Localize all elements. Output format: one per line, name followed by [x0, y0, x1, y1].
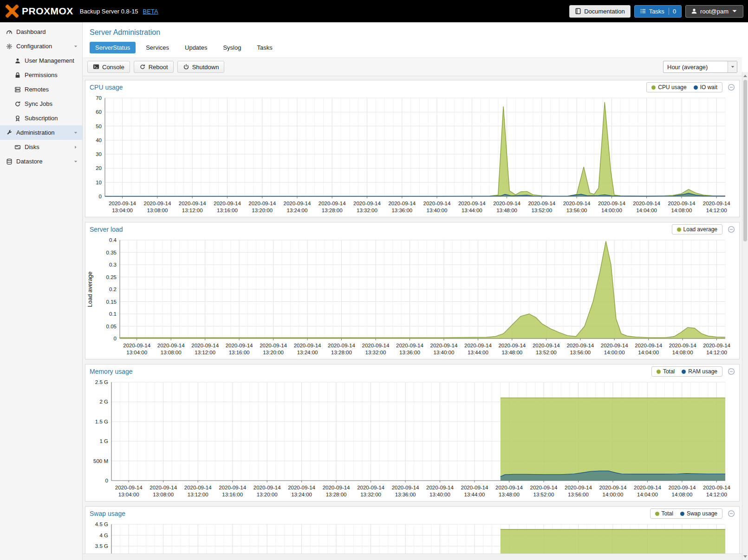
- sidebar-item-label: Disks: [25, 143, 39, 150]
- collapse-panel-icon[interactable]: [728, 368, 735, 375]
- sidebar-item-dashboard[interactable]: Dashboard: [0, 25, 82, 39]
- y-tick-label: 0: [105, 478, 108, 483]
- y-tick-label: 0: [114, 336, 117, 341]
- x-tick-time: 13:32:00: [360, 492, 381, 497]
- chevron-down-icon[interactable]: [73, 44, 78, 49]
- x-tick-time: 13:24:00: [291, 492, 312, 497]
- chevron-right-icon[interactable]: [73, 145, 78, 150]
- sidebar-item-remotes[interactable]: Remotes: [0, 82, 82, 97]
- scroll-down-arrow[interactable]: [742, 553, 748, 560]
- top-header: PROXMOX Backup Server 0.8-15 BETA Docume…: [0, 0, 748, 22]
- x-tick-date: 2020-09-14: [323, 485, 350, 490]
- reboot-button[interactable]: Reboot: [134, 61, 174, 73]
- x-tick-date: 2020-09-14: [191, 343, 219, 348]
- collapse-panel-icon[interactable]: [728, 226, 735, 233]
- x-tick-date: 2020-09-14: [362, 343, 390, 348]
- x-tick-date: 2020-09-14: [226, 343, 253, 348]
- x-tick-time: 13:24:00: [297, 350, 318, 355]
- console-button[interactable]: Console: [87, 61, 130, 73]
- chevron-down-icon[interactable]: [73, 130, 78, 135]
- legend-label: RAM usage: [688, 368, 717, 375]
- sidebar-item-permissions[interactable]: Permissions: [0, 68, 82, 82]
- y-axis-title: Load average: [87, 272, 93, 307]
- x-tick-time: 14:08:00: [672, 492, 693, 497]
- x-tick-time: 13:20:00: [257, 492, 278, 497]
- list-icon: [640, 8, 646, 14]
- sidebar-item-datastore[interactable]: Datastore: [0, 154, 82, 169]
- y-tick-label: 0.2: [109, 287, 117, 292]
- documentation-button[interactable]: Documentation: [569, 5, 630, 18]
- main-content: Server Administration ServerStatusServic…: [83, 22, 742, 553]
- power-icon: [183, 64, 189, 70]
- sidebar-item-label: Sync Jobs: [25, 100, 52, 107]
- x-tick-date: 2020-09-14: [219, 485, 246, 490]
- chart-cpu-usage: 0102030405060702020-09-1413:04:002020-09…: [85, 94, 732, 217]
- x-tick-date: 2020-09-14: [703, 201, 730, 206]
- sidebar-item-user-management[interactable]: User Management: [0, 53, 82, 68]
- y-tick-label: 2.5 G: [95, 379, 108, 385]
- x-tick-date: 2020-09-14: [498, 343, 526, 348]
- sidebar-item-subscription[interactable]: Subscription: [0, 111, 82, 125]
- x-tick-date: 2020-09-14: [464, 343, 492, 348]
- x-tick-time: 13:44:00: [468, 350, 488, 355]
- tasks-button[interactable]: Tasks 0: [634, 5, 682, 18]
- y-tick-label: 0.4: [109, 237, 117, 243]
- scroll-up-arrow[interactable]: [742, 72, 748, 79]
- tab-updates[interactable]: Updates: [179, 42, 213, 53]
- y-tick-label: 20: [96, 165, 102, 171]
- x-tick-time: 13:12:00: [182, 208, 203, 213]
- horizontal-scrollbar-track[interactable]: [83, 553, 742, 560]
- x-tick-time: 13:56:00: [568, 492, 589, 497]
- x-tick-time: 13:32:00: [365, 350, 386, 355]
- x-tick-date: 2020-09-14: [115, 485, 143, 490]
- x-tick-date: 2020-09-14: [634, 485, 661, 490]
- x-tick-date: 2020-09-14: [184, 485, 212, 490]
- reboot-icon: [139, 64, 146, 70]
- x-tick-date: 2020-09-14: [599, 485, 626, 490]
- user-label: root@pam: [700, 8, 728, 15]
- legend-item: CPU usage: [651, 84, 686, 91]
- sidebar-item-label: Datastore: [16, 158, 42, 165]
- collapse-panel-icon[interactable]: [728, 84, 735, 91]
- disk-icon: [14, 144, 21, 150]
- x-tick-date: 2020-09-14: [461, 485, 488, 490]
- legend-label: IO wait: [700, 84, 717, 91]
- collapse-panel-icon[interactable]: [728, 510, 735, 517]
- user-icon: [14, 58, 21, 64]
- tab-serverstatus[interactable]: ServerStatus: [90, 42, 136, 53]
- shutdown-button[interactable]: Shutdown: [177, 61, 225, 73]
- x-tick-time: 14:08:00: [672, 350, 693, 355]
- x-tick-date: 2020-09-14: [563, 201, 591, 206]
- x-tick-date: 2020-09-14: [157, 343, 185, 348]
- panel-cpu-usage: CPU usageCPU usageIO wait010203040506070…: [85, 80, 740, 217]
- scrollbar-thumb[interactable]: [743, 80, 747, 241]
- sidebar-item-administration[interactable]: Administration: [0, 125, 82, 140]
- x-tick-time: 13:04:00: [118, 492, 139, 497]
- legend-label: Load average: [683, 226, 717, 233]
- legend-dot: [655, 512, 659, 516]
- database-icon: [6, 158, 13, 165]
- legend-dot: [657, 370, 661, 374]
- x-tick-date: 2020-09-14: [530, 485, 558, 490]
- user-menu-button[interactable]: root@pam: [685, 5, 743, 18]
- x-tick-time: 14:12:00: [706, 492, 727, 497]
- x-tick-time: 13:12:00: [195, 350, 215, 355]
- chevron-down-icon[interactable]: [73, 159, 78, 164]
- tab-tasks[interactable]: Tasks: [251, 42, 278, 53]
- sidebar-item-sync-jobs[interactable]: Sync Jobs: [0, 97, 82, 111]
- tab-syslog[interactable]: Syslog: [217, 42, 247, 53]
- sidebar-item-label: User Management: [25, 57, 74, 64]
- sidebar-item-configuration[interactable]: Configuration: [0, 39, 82, 53]
- vertical-scrollbar[interactable]: [742, 72, 748, 560]
- gear-icon: [6, 43, 13, 50]
- x-tick-time: 14:12:00: [706, 350, 727, 355]
- timeframe-select[interactable]: Hour (average): [663, 61, 737, 73]
- chart-swap-usage: 0500 M1 G1.5 G2 G2.5 G3 G3.5 G4 G4.5 G20…: [85, 521, 732, 553]
- chevron-down-icon: [728, 61, 737, 72]
- beta-link[interactable]: BETA: [143, 8, 158, 15]
- legend-item: Load average: [677, 226, 717, 233]
- sidebar-item-label: Permissions: [25, 72, 58, 78]
- x-tick-date: 2020-09-14: [458, 201, 486, 206]
- tab-services[interactable]: Services: [140, 42, 175, 53]
- sidebar-item-disks[interactable]: Disks: [0, 140, 82, 154]
